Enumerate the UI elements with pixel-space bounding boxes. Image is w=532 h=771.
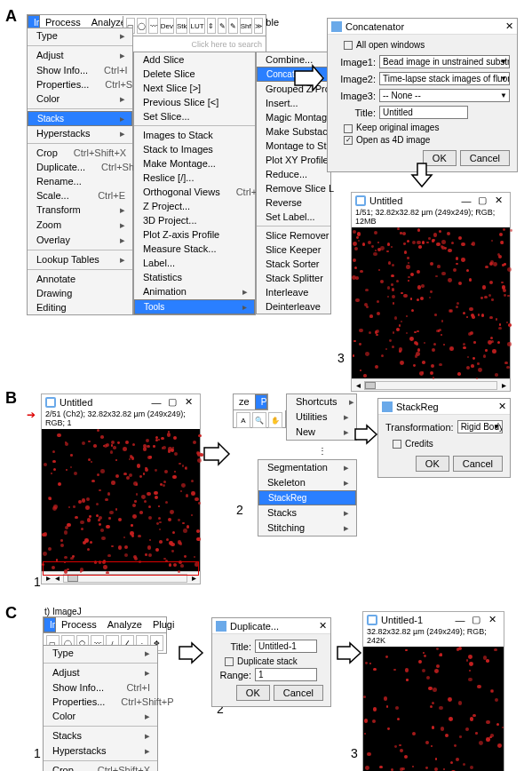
menu-item[interactable]: Stack Splitter [257,271,330,285]
range-input[interactable]: 1 [255,668,317,681]
menu-item[interactable]: Stacks▸ [28,111,132,126]
menu-item[interactable]: Next Slice [>] [134,81,255,95]
menu-item[interactable]: Utilities▸ [287,409,356,425]
menu-plugins-fragment[interactable]: Plugi [147,617,179,632]
menu-item[interactable]: Insert... [257,96,330,110]
ok-button[interactable]: OK [236,685,270,701]
menu-item[interactable]: Lookup Tables▸ [28,252,132,267]
menu-item[interactable]: CropCtrl+Shift+X [28,146,132,160]
tool-btn[interactable]: ✎ [218,18,226,34]
menu-item[interactable]: Type▸ [28,28,132,44]
menu-item[interactable]: Remove Slice L [257,181,330,195]
close-icon[interactable]: ✕ [505,20,513,32]
menu-item[interactable]: Show Info...Ctrl+I [28,63,132,77]
menu-item[interactable]: Adjust▸ [44,665,157,680]
tool-btn[interactable]: ✋ [268,412,282,428]
menu-item[interactable]: Drawing [28,286,132,300]
menu-item[interactable]: Set Slice... [134,109,255,123]
menu-item[interactable]: Stitching▸ [258,521,356,536]
menu-item[interactable]: Previous Slice [<] [134,95,255,109]
tool-btn[interactable]: Dev [160,18,174,34]
tool-btn[interactable]: Shf [240,18,252,34]
menu-item[interactable]: Set Label... [257,210,330,224]
tool-btn[interactable]: LUT [189,18,204,34]
menu-process[interactable]: Process [56,617,102,632]
menu-item[interactable]: Montage to Stac [257,139,330,153]
menu-item[interactable]: Stack Sorter [257,257,330,271]
image3-select[interactable]: -- None --▼ [379,89,510,102]
chevron-down-icon[interactable]: ▼ [500,75,507,83]
menu-item[interactable]: Make Substack [257,124,330,139]
menu-item[interactable]: Adjust▸ [28,48,132,63]
cancel-button[interactable]: Cancel [274,685,323,701]
menu-item[interactable]: Magic Montage [257,110,330,124]
checkbox-credits[interactable] [393,440,401,449]
menu-item[interactable]: Shortcuts▸ [287,394,356,409]
menu-item[interactable]: Stacks▸ [258,505,356,521]
close-icon[interactable]: ✕ [498,401,506,412]
tool-btn[interactable]: A [236,412,250,428]
close-icon[interactable]: ✕ [490,195,506,206]
maximize-icon[interactable]: ▢ [474,195,490,206]
close-icon[interactable]: ✕ [484,614,500,625]
menu-item[interactable]: Delete Slice [134,67,255,81]
menu-item[interactable]: New▸ [287,425,356,440]
menu-item[interactable]: Plot Z-axis Profile [134,227,255,242]
minimize-icon[interactable]: — [452,615,468,625]
menu-item[interactable]: Rename... [28,174,132,188]
checkbox-duplicate-stack[interactable] [225,657,234,666]
cancel-button[interactable]: Cancel [460,150,510,166]
menu-item[interactable]: Transform▸ [28,203,132,218]
menu-item[interactable]: Add Slice [134,52,255,67]
transformation-select[interactable]: Rigid Body▼ [457,420,503,433]
image1-select[interactable]: Bead image in unstrained substrate.tif▼ [379,55,510,68]
chevron-down-icon[interactable]: ▼ [500,91,507,99]
menu-plugins[interactable]: Plugins [255,394,267,409]
menu-item[interactable]: Scale...Ctrl+E [28,188,132,203]
menu-item[interactable]: Make Montage... [134,156,255,171]
tool-btn[interactable]: ⇕ [207,18,216,34]
tool-btn[interactable]: Stk [176,18,188,34]
tool-btn[interactable]: ◯ [137,18,147,34]
menu-item[interactable]: Reslice [/]... [134,171,255,185]
menu-item[interactable]: Editing [28,300,132,314]
close-icon[interactable]: ✕ [319,620,327,632]
menu-item[interactable]: Hyperstacks▸ [44,743,157,759]
menu-item[interactable]: Tools▸ [134,299,255,314]
menu-item[interactable]: Interleave [257,285,330,299]
image2-select[interactable]: Time-lapse stack images of fluorescent b… [379,72,510,85]
menu-item[interactable]: Reduce... [257,167,330,181]
menu-item[interactable]: Stack to Images [134,142,255,156]
checkbox-all-open[interactable] [344,41,353,50]
menu-item[interactable]: Plot XY Profile [257,153,330,167]
menu-item[interactable]: Label... [134,256,255,270]
checkbox-keep[interactable] [344,124,353,133]
tool-btn[interactable]: ≫ [254,18,263,34]
menu-item[interactable]: Segmentation▸ [258,460,356,475]
menu-image[interactable]: Image [44,617,56,632]
menu-item[interactable]: Slice Remover [257,228,330,242]
minimize-icon[interactable]: — [148,397,164,408]
menu-item[interactable]: Statistics [134,270,255,284]
menu-analyze[interactable]: Analyze [102,617,147,632]
menu-item[interactable]: Overlay▸ [28,233,132,248]
ok-button[interactable]: OK [416,456,449,472]
menu-item[interactable]: CropCtrl+Shift+X [44,763,157,771]
menu-item[interactable]: Skeleton▸ [258,475,356,490]
menu-item[interactable]: Show Info...Ctrl+I [44,680,157,695]
menu-item[interactable]: StackReg [258,490,356,505]
menu-item[interactable]: Properties...Ctrl+Shift+P [44,695,157,709]
menu-item[interactable]: Color▸ [44,709,157,724]
scrollbar[interactable]: ◂▸ [352,378,510,391]
minimize-icon[interactable]: — [458,195,474,206]
title-input[interactable]: Untitled-1 [255,640,317,653]
title-input[interactable]: Untitled [379,106,468,119]
cancel-button[interactable]: Cancel [453,456,503,472]
menu-item[interactable]: Reverse [257,195,330,210]
tool-btn[interactable]: ✎ [228,18,237,34]
menu-item[interactable]: 3D Project... [134,213,255,227]
checkbox-4d[interactable] [344,136,353,145]
maximize-icon[interactable]: ▢ [164,396,180,408]
menu-item[interactable]: Properties...Ctrl+Shift+P [28,77,132,91]
menu-item[interactable]: Annotate [28,272,132,286]
